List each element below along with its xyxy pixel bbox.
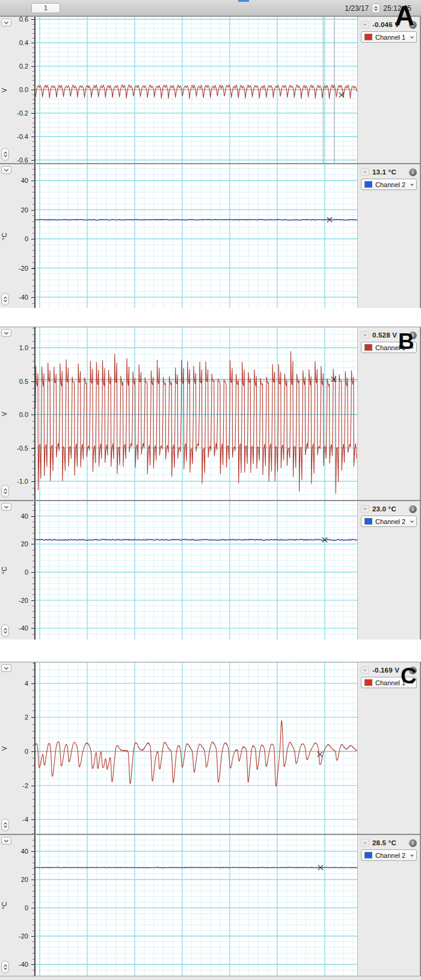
scale-stepper[interactable] bbox=[1, 293, 9, 306]
axis-tick-label: 0.6 bbox=[19, 16, 28, 23]
channel-name-label: Channel 2 bbox=[375, 852, 405, 859]
waveform-svg bbox=[35, 17, 357, 163]
panel-c-channel-1-strip: V 420-2-4 -0.169 V i Channel 1 bbox=[0, 662, 421, 834]
dropdown-chevron-icon bbox=[410, 519, 414, 523]
scale-stepper[interactable] bbox=[1, 485, 9, 498]
dropdown-chevron-icon bbox=[410, 35, 414, 39]
scale-stepper[interactable] bbox=[1, 624, 9, 637]
channel-header: 28.5 °C i Channel 2 bbox=[357, 835, 421, 976]
axis-menu-chevron-button[interactable] bbox=[1, 19, 11, 26]
y-axis-ticks: 420-2-4 bbox=[0, 662, 34, 834]
axis-menu-chevron-button[interactable] bbox=[1, 329, 11, 337]
y-axis-ticks: 40200-20-40 bbox=[0, 164, 34, 308]
axis-menu-chevron-button[interactable] bbox=[1, 837, 11, 845]
axis-menu-chevron-button[interactable] bbox=[1, 503, 11, 511]
page-number-button[interactable]: 1 bbox=[31, 3, 60, 13]
axis-tick-label: 40 bbox=[21, 177, 28, 184]
chevron-down-icon bbox=[4, 665, 8, 670]
chevron-down-icon bbox=[363, 170, 367, 173]
y-axis-ticks: 1.00.50.0-0.5-1.0 bbox=[0, 327, 34, 500]
scale-stepper[interactable] bbox=[1, 819, 9, 831]
axis-tick-label: 0 bbox=[25, 569, 28, 576]
chart-plot-area[interactable] bbox=[34, 662, 357, 834]
axis-tick-label: 4 bbox=[25, 680, 28, 687]
axis-tick-label: -40 bbox=[19, 294, 28, 301]
channel-value-row: 13.1 °C i bbox=[361, 168, 417, 176]
panel-b-channel-2-strip: °C 40200-20-40 23.0 °C i Channel 2 bbox=[0, 500, 421, 639]
chevron-down-icon bbox=[4, 167, 8, 171]
chevron-down-icon bbox=[363, 333, 367, 336]
panel-c-channel-2-strip: °C 40200-20-40 28.5 °C i Channel 2 bbox=[0, 834, 421, 976]
info-icon[interactable]: i bbox=[409, 168, 417, 176]
y-axis-gutter: °C 40200-20-40 bbox=[0, 501, 34, 639]
y-axis-gutter: °C 40200-20-40 bbox=[0, 164, 34, 308]
value-menu-chevron-button[interactable] bbox=[361, 331, 369, 339]
chevron-down-icon bbox=[4, 504, 8, 508]
chevron-down-icon bbox=[363, 22, 367, 26]
info-icon[interactable]: i bbox=[409, 505, 417, 513]
axis-tick-label: 20 bbox=[21, 876, 28, 883]
chart-plot-area[interactable] bbox=[34, 501, 357, 639]
chart-plot-area[interactable] bbox=[34, 835, 357, 976]
axis-tick-label: 0.0 bbox=[19, 86, 28, 93]
channel-value-label: 0.528 V bbox=[372, 331, 397, 339]
chart-plot-area[interactable] bbox=[34, 17, 357, 163]
channel-header: 13.1 °C i Channel 2 bbox=[357, 164, 421, 308]
dropdown-chevron-icon bbox=[410, 182, 414, 186]
channel-dropdown[interactable]: Channel 2 bbox=[361, 516, 417, 527]
axis-tick-label: -0.4 bbox=[17, 133, 28, 140]
axis-tick-label: 20 bbox=[21, 206, 28, 214]
panel-c: C V 420-2-4 -0.169 V i Channel 1 bbox=[0, 662, 421, 976]
waveform-svg bbox=[35, 835, 357, 976]
chevron-down-icon bbox=[4, 20, 8, 24]
window-accent bbox=[238, 0, 249, 2]
axis-tick-label: -20 bbox=[19, 932, 28, 940]
dropdown-chevron-icon bbox=[410, 853, 414, 857]
stepper-down-icon bbox=[4, 298, 7, 302]
axis-menu-chevron-button[interactable] bbox=[1, 166, 11, 174]
value-menu-chevron-button[interactable] bbox=[361, 168, 369, 176]
channel-value-row: 23.0 °C i bbox=[361, 505, 417, 513]
scale-stepper[interactable] bbox=[1, 961, 9, 973]
channel-color-swatch bbox=[364, 34, 372, 40]
axis-tick-label: 0.5 bbox=[19, 378, 28, 385]
axis-tick-label: -0.2 bbox=[17, 109, 28, 117]
horizontal-scrollbar[interactable] bbox=[0, 976, 421, 980]
stepper-down-icon bbox=[4, 153, 7, 157]
panel-a-channel-2-strip: °C 40200-20-40 13.1 °C i Channel 2 bbox=[0, 163, 421, 308]
panel-a-channel-1-strip: V 0.60.40.20.0-0.2-0.4-0.6 -0.046 V i Ch… bbox=[0, 16, 421, 163]
time-stepper[interactable] bbox=[372, 4, 380, 13]
channel-color-swatch bbox=[364, 344, 372, 351]
value-menu-chevron-button[interactable] bbox=[361, 839, 369, 846]
stepper-down-icon bbox=[4, 490, 7, 494]
waveform-svg bbox=[35, 164, 357, 308]
value-menu-chevron-button[interactable] bbox=[361, 667, 369, 674]
chart-plot-area[interactable] bbox=[34, 327, 357, 500]
chevron-down-icon bbox=[4, 330, 8, 334]
axis-tick-label: 0 bbox=[25, 235, 28, 242]
chart-plot-area[interactable] bbox=[34, 164, 357, 308]
stepper-down-icon bbox=[4, 824, 7, 828]
axis-menu-chevron-button[interactable] bbox=[1, 664, 11, 672]
y-axis-ticks: 0.60.40.20.0-0.2-0.4-0.6 bbox=[0, 17, 34, 163]
axis-tick-label: 2 bbox=[25, 713, 28, 721]
value-menu-chevron-button[interactable] bbox=[361, 505, 369, 513]
axis-tick-label: -0.5 bbox=[17, 445, 28, 452]
y-axis-gutter: °C 40200-20-40 bbox=[0, 835, 34, 976]
channel-dropdown[interactable]: Channel 2 bbox=[361, 179, 417, 190]
channel-dropdown[interactable]: Channel 1 bbox=[361, 31, 417, 43]
scale-stepper[interactable] bbox=[1, 148, 9, 161]
channel-dropdown[interactable]: Channel 2 bbox=[361, 849, 417, 861]
axis-tick-label: 40 bbox=[21, 848, 28, 855]
axis-tick-label: 0 bbox=[25, 904, 28, 911]
y-axis-ticks: 40200-20-40 bbox=[0, 835, 34, 976]
value-menu-chevron-button[interactable] bbox=[361, 21, 369, 28]
chevron-down-icon bbox=[363, 840, 367, 844]
axis-tick-label: -1.0 bbox=[17, 478, 28, 485]
axis-tick-label: -40 bbox=[19, 624, 28, 632]
panel-a: A V 0.60.40.20.0-0.2-0.4-0.6 -0.046 V i … bbox=[0, 16, 421, 308]
channel-color-swatch bbox=[364, 679, 372, 686]
info-icon[interactable]: i bbox=[409, 839, 417, 847]
axis-tick-label: -0.6 bbox=[17, 156, 28, 164]
stepper-down-icon bbox=[4, 630, 7, 633]
